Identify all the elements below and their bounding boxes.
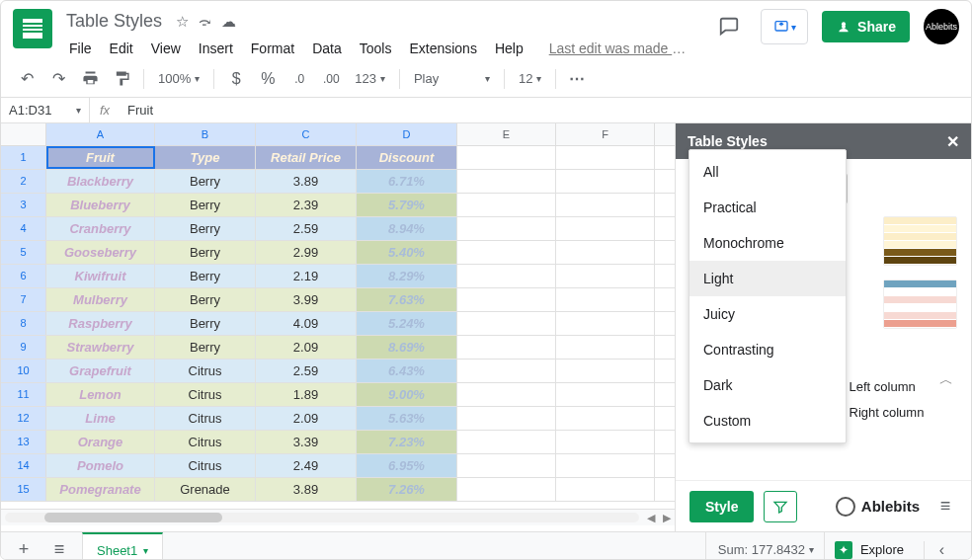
row-header[interactable]: 14 — [1, 454, 46, 477]
print-icon[interactable] — [76, 65, 104, 93]
dropdown-item-dark[interactable]: Dark — [689, 367, 846, 403]
move-icon[interactable]: ⤼ — [199, 13, 211, 31]
cell[interactable] — [457, 454, 556, 477]
cell[interactable] — [457, 241, 556, 264]
header-cell[interactable]: Discount — [357, 146, 457, 169]
scroll-up-icon[interactable]: ︿ — [935, 371, 957, 389]
cell[interactable] — [556, 217, 655, 240]
cell[interactable] — [457, 407, 556, 430]
dropdown-item-contrasting[interactable]: Contrasting — [689, 332, 846, 367]
cell[interactable]: Pomelo — [46, 454, 155, 477]
menu-data[interactable]: Data — [305, 36, 349, 61]
cell[interactable] — [457, 265, 556, 287]
cell[interactable]: Berry — [155, 288, 256, 311]
col-header-d[interactable]: D — [357, 123, 457, 145]
cell[interactable]: Pomegranate — [46, 478, 155, 501]
cell[interactable] — [457, 360, 556, 382]
cell[interactable]: 2.19 — [256, 265, 357, 287]
all-sheets-icon[interactable]: ≡ — [44, 535, 74, 561]
cell[interactable]: Gooseberry — [46, 241, 155, 264]
name-box[interactable]: A1:D31▾ — [1, 98, 90, 122]
menu-format[interactable]: Format — [244, 36, 301, 61]
cell[interactable] — [556, 194, 655, 216]
cell[interactable]: 3.89 — [256, 478, 357, 501]
present-button[interactable]: ▾ — [761, 9, 808, 44]
cell[interactable] — [457, 383, 556, 406]
row-header[interactable]: 8 — [1, 312, 46, 335]
cell[interactable]: 2.99 — [256, 241, 357, 264]
explore-button[interactable]: ✦Explore — [824, 532, 914, 560]
sum-display[interactable]: Sum: 177.8432▾ — [718, 542, 814, 557]
cell[interactable]: Lemon — [46, 383, 155, 406]
cell[interactable] — [556, 241, 655, 264]
hscroll-right-icon[interactable]: ▶ — [659, 512, 675, 524]
doc-title[interactable]: Table Styles — [62, 9, 166, 34]
row-header[interactable]: 5 — [1, 241, 46, 264]
dropdown-item-all[interactable]: All — [689, 154, 846, 190]
cell[interactable]: 5.63% — [357, 407, 457, 430]
zoom-select[interactable]: 100%▾ — [152, 71, 205, 86]
row-header[interactable]: 11 — [1, 383, 46, 406]
dropdown-item-practical[interactable]: Practical — [689, 190, 846, 225]
comments-icon[interactable] — [711, 9, 747, 44]
filter-button[interactable] — [764, 491, 797, 522]
header-cell[interactable]: Retail Price — [256, 146, 357, 169]
star-icon[interactable]: ☆ — [176, 13, 189, 31]
share-button[interactable]: Share — [822, 11, 910, 42]
cell[interactable]: Berry — [155, 194, 256, 216]
redo-icon[interactable]: ↷ — [44, 65, 72, 93]
cell[interactable] — [556, 478, 655, 501]
currency-icon[interactable]: $ — [222, 65, 250, 93]
cell[interactable]: 8.94% — [357, 217, 457, 240]
col-header-a[interactable]: A — [46, 123, 155, 145]
cell[interactable] — [457, 146, 556, 169]
cell[interactable]: Citrus — [155, 431, 256, 453]
font-size-select[interactable]: 12▾ — [513, 71, 547, 86]
row-header[interactable]: 3 — [1, 194, 46, 216]
cell[interactable] — [457, 431, 556, 453]
cell[interactable]: Mulberry — [46, 288, 155, 311]
cell[interactable]: Cranberry — [46, 217, 155, 240]
row-header[interactable]: 4 — [1, 217, 46, 240]
cell[interactable] — [556, 336, 655, 359]
cell[interactable]: Raspberry — [46, 312, 155, 335]
row-header[interactable]: 2 — [1, 170, 46, 193]
cell[interactable]: Citrus — [155, 383, 256, 406]
cloud-icon[interactable]: ☁ — [221, 13, 236, 31]
cell[interactable] — [457, 288, 556, 311]
menu-tools[interactable]: Tools — [353, 36, 399, 61]
menu-view[interactable]: View — [144, 36, 188, 61]
cell[interactable]: Citrus — [155, 407, 256, 430]
num-format-select[interactable]: 123▾ — [349, 71, 391, 86]
dropdown-item-monochrome[interactable]: Monochrome — [689, 225, 846, 261]
font-select[interactable]: Play▾ — [408, 71, 496, 86]
row-header[interactable]: 6 — [1, 265, 46, 287]
cell[interactable]: 4.09 — [256, 312, 357, 335]
row-header[interactable]: 1 — [1, 146, 46, 169]
cell[interactable]: Berry — [155, 170, 256, 193]
cell[interactable] — [556, 383, 655, 406]
style-button[interactable]: Style — [689, 491, 754, 522]
cell[interactable]: Grapefruit — [46, 360, 155, 382]
undo-icon[interactable]: ↶ — [13, 65, 40, 93]
row-header[interactable]: 15 — [1, 478, 46, 501]
select-all-corner[interactable] — [1, 123, 46, 145]
menu-edit[interactable]: Edit — [103, 36, 140, 61]
menu-insert[interactable]: Insert — [192, 36, 240, 61]
row-header[interactable]: 7 — [1, 288, 46, 311]
cell[interactable] — [556, 407, 655, 430]
cell[interactable]: Berry — [155, 241, 256, 264]
cell[interactable]: Blueberry — [46, 194, 155, 216]
dropdown-item-juicy[interactable]: Juicy — [689, 296, 846, 332]
cell[interactable]: 2.59 — [256, 360, 357, 382]
cell[interactable] — [457, 170, 556, 193]
cell[interactable]: Blackberry — [46, 170, 155, 193]
cell[interactable]: 7.26% — [357, 478, 457, 501]
cell[interactable]: Berry — [155, 336, 256, 359]
cell[interactable]: 8.69% — [357, 336, 457, 359]
cell[interactable]: Berry — [155, 265, 256, 287]
cell[interactable] — [457, 336, 556, 359]
dropdown-item-custom[interactable]: Custom — [689, 403, 846, 439]
cell[interactable] — [457, 478, 556, 501]
header-cell[interactable]: Fruit — [46, 146, 155, 169]
